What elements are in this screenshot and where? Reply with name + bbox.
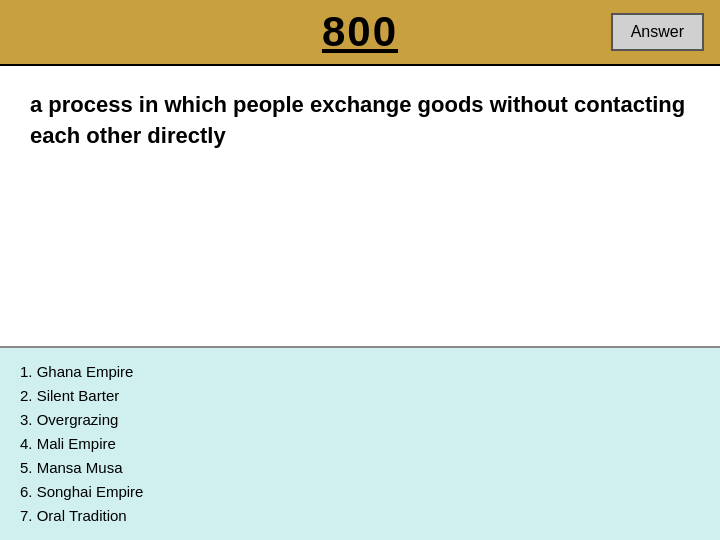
answer-button[interactable]: Answer — [611, 13, 704, 51]
question-text: a process in which people exchange goods… — [30, 90, 690, 152]
list-item: 5. Mansa Musa — [20, 456, 700, 480]
answer-list-section: 1. Ghana Empire2. Silent Barter3. Overgr… — [0, 346, 720, 540]
list-item: 7. Oral Tradition — [20, 504, 700, 528]
list-item: 4. Mali Empire — [20, 432, 700, 456]
list-item: 2. Silent Barter — [20, 384, 700, 408]
list-item: 3. Overgrazing — [20, 408, 700, 432]
answer-list: 1. Ghana Empire2. Silent Barter3. Overgr… — [20, 360, 700, 528]
list-item: 1. Ghana Empire — [20, 360, 700, 384]
main-container: 800 Answer a process in which people exc… — [0, 0, 720, 540]
answer-area — [30, 168, 690, 330]
header: 800 Answer — [0, 0, 720, 66]
main-content: a process in which people exchange goods… — [0, 66, 720, 346]
score-display: 800 — [322, 8, 398, 56]
list-item: 6. Songhai Empire — [20, 480, 700, 504]
